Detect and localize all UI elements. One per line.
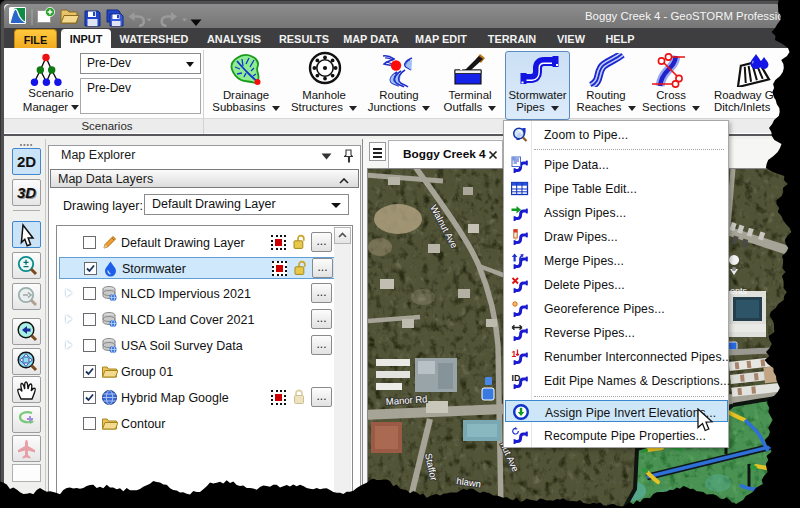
svg-text:ID: ID <box>512 373 521 383</box>
svg-text:ents: ents <box>730 286 748 296</box>
svg-text:1: 1 <box>512 349 517 359</box>
